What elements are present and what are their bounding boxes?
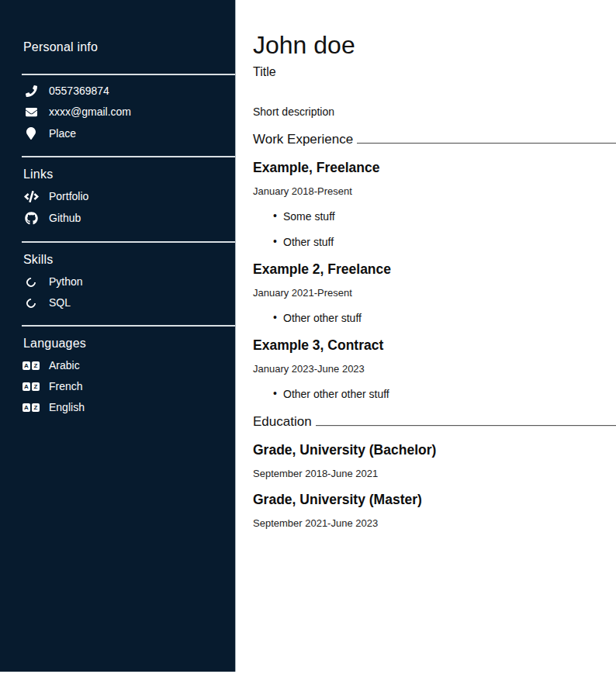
sidebar-section-title-languages: Languages (23, 336, 235, 351)
bullet-item: Other other stuff (283, 312, 616, 325)
skills-list: PythonSQL (0, 271, 235, 313)
language-icon: AZ (23, 361, 39, 370)
bullet-item: Other other other stuff (283, 388, 616, 401)
personal-info-list: 0557369874xxxx@gmail.comPlace (0, 81, 235, 144)
circle-notch-icon (23, 299, 39, 308)
entry-date: January 2021-Present (253, 287, 616, 299)
education-entries: Grade, University (Bachelor)September 20… (253, 442, 616, 530)
entry-date: September 2018-June 2021 (253, 468, 616, 480)
sidebar-item: Python (23, 271, 235, 292)
sidebar-item-label: Arabic (49, 360, 80, 372)
entry-title: Example, Freelance (253, 160, 616, 176)
heading-rule (357, 143, 616, 144)
work-experience-entries: Example, FreelanceJanuary 2018-PresentSo… (253, 160, 616, 401)
divider (22, 74, 235, 75)
sidebar-item-label: SQL (49, 297, 71, 309)
person-name: John doe (253, 31, 616, 59)
sidebar-item-label: Python (49, 276, 83, 288)
entry-bullets: Other other other stuff (253, 388, 616, 401)
section-heading-work-experience: Work Experience (253, 131, 616, 148)
sidebar-item: 0557369874 (23, 81, 235, 102)
main-content: John doe Title Short description Work Ex… (237, 0, 616, 674)
sidebar-item-label: English (49, 402, 85, 413)
sidebar-item[interactable]: Portfolio (23, 186, 235, 207)
github-icon (23, 212, 39, 225)
person-title: Title (253, 64, 616, 80)
bullet-item: Some stuff (283, 210, 616, 223)
divider (22, 241, 235, 243)
divider (22, 325, 235, 327)
sidebar-item-label: Github (49, 213, 81, 224)
section-heading-education: Education (253, 413, 616, 430)
sidebar: Personal info 0557369874xxxx@gmail.comPl… (0, 0, 236, 672)
entry-date: January 2018-Present (253, 185, 616, 198)
divider (22, 156, 235, 157)
sidebar-item: AZFrench (23, 376, 235, 397)
heading-rule (316, 425, 616, 427)
sidebar-item: SQL (23, 292, 235, 313)
sidebar-item: Place (23, 123, 235, 144)
location-pin-icon (23, 127, 39, 140)
entry-bullets: Other other stuff (253, 312, 616, 325)
language-icon: AZ (23, 403, 39, 412)
sidebar-item: AZArabic (23, 355, 235, 376)
entry-title: Example 2, Freelance (253, 261, 616, 278)
section-heading-label: Education (253, 413, 312, 430)
sidebar-item-label: Portfolio (49, 191, 88, 202)
phone-icon (23, 85, 39, 97)
languages-list: AZArabicAZFrenchAZEnglish (0, 355, 235, 418)
entry-bullets: Some stuffOther stuff (253, 210, 616, 249)
language-icon: AZ (23, 382, 39, 391)
sidebar-item-label: French (49, 381, 83, 392)
sidebar-section-title-personal-info: Personal info (23, 40, 235, 55)
sidebar-item-label: xxxx@gmail.com (49, 106, 131, 118)
sidebar-item: xxxx@gmail.com (23, 102, 235, 123)
code-icon (23, 191, 39, 202)
circle-notch-icon (23, 278, 39, 287)
entry-title: Grade, University (Master) (253, 492, 616, 508)
sidebar-section-title-skills: Skills (23, 252, 235, 268)
entry-title: Example 3, Contract (253, 337, 616, 354)
sidebar-item: AZEnglish (23, 397, 235, 418)
entry-date: January 2023-June 2023 (253, 363, 616, 375)
sidebar-item[interactable]: Github (23, 207, 235, 230)
sidebar-item-label: Place (49, 128, 76, 140)
section-heading-label: Work Experience (253, 131, 353, 148)
entry-title: Grade, University (Bachelor) (253, 442, 616, 458)
sidebar-item-label: 0557369874 (49, 85, 109, 97)
sidebar-section-title-links: Links (23, 167, 235, 182)
bullet-item: Other stuff (283, 236, 616, 249)
envelope-icon (23, 106, 39, 118)
short-description: Short description (253, 105, 616, 119)
links-list: PortfolioGithub (0, 186, 235, 230)
entry-date: September 2021-June 2023 (253, 517, 616, 530)
